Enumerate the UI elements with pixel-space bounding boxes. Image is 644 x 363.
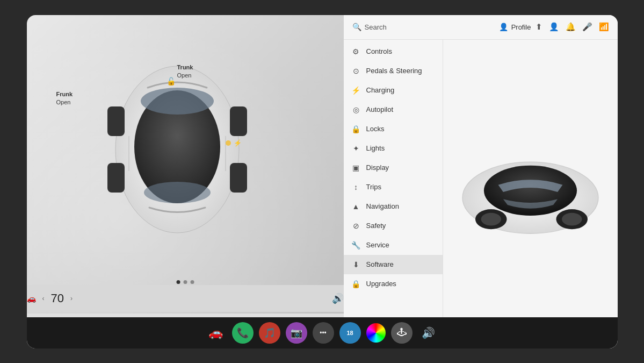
menu-item-lights[interactable]: ✦ Lights: [344, 139, 443, 158]
chevron-right-icon[interactable]: ›: [70, 295, 73, 302]
service-icon: 🔧: [351, 241, 361, 250]
svg-text:🔓: 🔓: [166, 77, 176, 86]
charging-icon: ⚡: [351, 86, 361, 95]
menu-item-autopilot[interactable]: ◎ Autopilot: [344, 100, 443, 119]
game-button[interactable]: 🕹: [391, 322, 413, 344]
controls-icon: ⚙: [351, 47, 361, 56]
music-button[interactable]: 🎵: [259, 322, 280, 344]
safety-icon: ⊘: [351, 222, 361, 230]
dot-3[interactable]: [190, 280, 194, 284]
car-top-view: ⚡ 🔓: [70, 58, 285, 241]
color-wheel-button[interactable]: [366, 323, 386, 343]
menu-item-software[interactable]: ⬇ Software: [344, 255, 443, 274]
svg-point-17: [481, 212, 501, 225]
profile-label: Profile: [511, 23, 531, 31]
svg-rect-7: [230, 163, 247, 193]
search-area[interactable]: 🔍 Search: [352, 23, 495, 31]
dot-1[interactable]: [176, 280, 180, 284]
temperature-bar: 🚗 ‹ 70 › 🔊: [27, 285, 344, 312]
display-icon: ▣: [351, 163, 361, 172]
menu-column: ⚙ Controls ⊙ Pedals & Steering ⚡ Chargin…: [344, 40, 443, 348]
trips-icon: ↕: [351, 183, 361, 191]
pagination-dots: [176, 280, 194, 284]
left-panel: ⚡ 🔓 Frunk Open Trunk Open 🚗 ‹ 70 › 🔊: [27, 15, 344, 348]
svg-rect-4: [107, 106, 125, 136]
trunk-label: Trunk Open: [177, 63, 193, 80]
dot-2[interactable]: [183, 280, 187, 284]
vehicle-info-column: Name Your Vehicle MODEL 3 LONG RANGE DUA…: [443, 40, 618, 348]
search-label: Search: [365, 23, 387, 31]
upload-icon[interactable]: ⬆: [536, 22, 542, 32]
svg-point-2: [141, 88, 214, 115]
camera-button[interactable]: 📷: [286, 322, 307, 344]
volume-button[interactable]: 🔊: [418, 322, 439, 344]
menu-item-display[interactable]: ▣ Display: [344, 158, 443, 177]
search-icon: 🔍: [352, 23, 361, 31]
svg-point-10: [226, 140, 231, 146]
svg-rect-6: [107, 163, 125, 193]
car-thumbnail: [452, 46, 609, 342]
person-icon[interactable]: 👤: [549, 22, 559, 32]
mic-icon[interactable]: 🎤: [582, 22, 592, 32]
more-apps-button[interactable]: •••: [313, 322, 334, 344]
svg-text:⚡: ⚡: [234, 139, 242, 147]
dots-icon: •••: [320, 329, 327, 337]
bell-icon[interactable]: 🔔: [566, 22, 576, 32]
menu-item-service[interactable]: 🔧 Service: [344, 236, 443, 255]
profile-icon: 👤: [499, 23, 508, 31]
car-icon: 🚗: [27, 294, 36, 303]
content-area: ⚙ Controls ⊙ Pedals & Steering ⚡ Chargin…: [344, 40, 618, 348]
lock-icon: 🔒: [351, 125, 361, 133]
right-panel: 🔍 Search 👤 Profile ⬆ 👤 🔔 🎤 📶 ⚙ Cont: [344, 15, 618, 348]
software-icon: ⬇: [351, 260, 361, 269]
menu-item-charging[interactable]: ⚡ Charging: [344, 81, 443, 100]
taskbar: 🚗 📞 🎵 📷 ••• 18 🕹 🔊: [27, 317, 618, 348]
navigation-icon: ▲: [351, 202, 361, 211]
menu-item-safety[interactable]: ⊘ Safety: [344, 216, 443, 236]
frunk-label: Frunk Open: [56, 90, 73, 107]
menu-item-pedals-steering[interactable]: ⊙ Pedals & Steering: [344, 61, 443, 81]
menu-item-navigation[interactable]: ▲ Navigation: [344, 197, 443, 216]
autopilot-icon: ◎: [351, 105, 361, 114]
temperature-value: 70: [51, 291, 64, 305]
header-icons: ⬆ 👤 🔔 🎤 📶: [536, 22, 609, 32]
calendar-date: 18: [346, 330, 353, 336]
volume-icon[interactable]: 🔊: [332, 293, 344, 304]
signal-icon: 📶: [599, 22, 609, 32]
profile-area[interactable]: 👤 Profile: [499, 23, 531, 31]
svg-rect-5: [230, 106, 247, 136]
top-header: 🔍 Search 👤 Profile ⬆ 👤 🔔 🎤 📶: [344, 15, 618, 40]
svg-point-3: [144, 182, 211, 203]
menu-item-controls[interactable]: ⚙ Controls: [344, 42, 443, 61]
tesla-screen: ⚡ 🔓 Frunk Open Trunk Open 🚗 ‹ 70 › 🔊: [27, 15, 618, 348]
calendar-button[interactable]: 18: [339, 322, 361, 344]
chevron-left-icon[interactable]: ‹: [42, 295, 45, 302]
lights-icon: ✦: [351, 144, 361, 153]
menu-item-upgrades[interactable]: 🔒 Upgrades: [344, 274, 443, 294]
svg-point-18: [562, 212, 582, 225]
upgrades-icon: 🔒: [351, 280, 361, 288]
menu-item-trips[interactable]: ↕ Trips: [344, 177, 443, 197]
menu-item-locks[interactable]: 🔒 Locks: [344, 119, 443, 139]
steering-icon: ⊙: [351, 67, 361, 75]
phone-button[interactable]: 📞: [232, 322, 254, 344]
car-status-icon: 🚗: [205, 322, 227, 344]
